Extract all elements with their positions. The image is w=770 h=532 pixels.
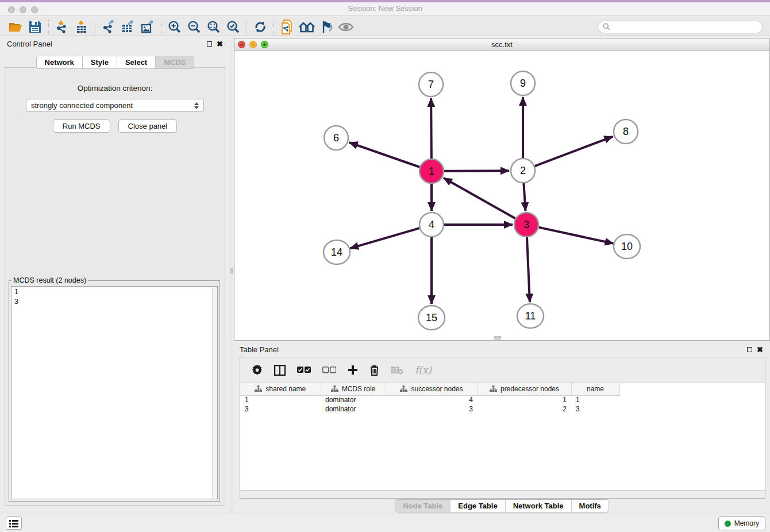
graph-node-11[interactable]: 11 — [517, 304, 544, 328]
tab-node-table[interactable]: Node Table — [395, 500, 450, 512]
column-header-shared-name[interactable]: shared name — [240, 383, 321, 395]
edge-1-2[interactable] — [444, 171, 509, 171]
edge-1-6[interactable] — [349, 142, 420, 167]
network-file-share-icon[interactable] — [278, 19, 297, 35]
search-field[interactable] — [598, 21, 763, 33]
zoom-fit-icon[interactable] — [204, 19, 224, 35]
edge-1-7[interactable] — [431, 98, 432, 159]
table-horizontal-scrollbar[interactable] — [240, 490, 765, 498]
tab-style[interactable]: Style — [82, 56, 117, 69]
eye-icon[interactable] — [336, 19, 356, 35]
node-label: 11 — [525, 310, 536, 322]
home-icon[interactable] — [297, 19, 317, 35]
close-panel-icon[interactable]: ✖ — [217, 40, 223, 48]
vertical-splitter[interactable] — [230, 36, 234, 514]
search-input[interactable] — [613, 23, 758, 31]
network-title: scc.txt — [234, 40, 769, 49]
task-history-button[interactable] — [6, 516, 22, 530]
network-graph[interactable]: 1234678910111415 — [234, 51, 769, 341]
column-header-MCDS-role[interactable]: MCDS role — [321, 383, 386, 395]
column-visibility-icon[interactable] — [274, 365, 286, 376]
toolbar-separator — [247, 20, 247, 34]
close-panel-button[interactable]: Close panel — [118, 119, 178, 133]
node-label: 15 — [426, 312, 437, 323]
tab-select[interactable]: Select — [117, 56, 156, 69]
graph-node-14[interactable]: 14 — [324, 240, 350, 264]
zoom-out-icon[interactable] — [184, 19, 204, 35]
column-header-predecessor-nodes[interactable]: predecessor nodes — [478, 383, 571, 395]
graph-node-3[interactable]: 3 — [514, 213, 538, 237]
table-cell[interactable]: 3 — [571, 404, 619, 414]
tab-motifs[interactable]: Motifs — [571, 500, 609, 512]
delete-table-icon[interactable] — [391, 365, 403, 375]
memory-button[interactable]: Memory — [718, 516, 765, 530]
graph-node-4[interactable]: 4 — [419, 213, 444, 237]
run-mcds-button[interactable]: Run MCDS — [53, 119, 110, 133]
table-cell[interactable]: 1 — [240, 395, 321, 404]
horizontal-splitter-handle-icon[interactable] — [494, 336, 501, 340]
mcds-result-list[interactable]: 13 — [11, 286, 218, 499]
table-cell[interactable]: 4 — [386, 395, 478, 404]
edge-4-14[interactable] — [350, 228, 419, 248]
save-session-icon[interactable] — [25, 19, 45, 35]
table-cell[interactable]: 3 — [386, 404, 478, 414]
window-titlebar: Session: New Session — [0, 0, 770, 16]
result-scrollbar[interactable] — [212, 287, 217, 499]
import-network-icon[interactable] — [52, 19, 72, 35]
graph-node-2[interactable]: 2 — [511, 159, 535, 183]
table-cell[interactable]: 1 — [478, 395, 571, 404]
splitter-handle-icon[interactable] — [230, 268, 233, 273]
graph-node-9[interactable]: 9 — [511, 71, 535, 95]
add-column-icon[interactable] — [348, 365, 358, 375]
float-table-panel-icon[interactable] — [747, 347, 752, 352]
table-cell[interactable]: dominator — [321, 404, 386, 414]
criterion-select[interactable]: strongly connected component — [26, 99, 204, 112]
import-table-icon[interactable] — [72, 19, 91, 35]
network-canvas[interactable]: 1234678910111415 — [234, 51, 769, 340]
float-panel-icon[interactable] — [207, 41, 212, 47]
node-label: 2 — [520, 165, 526, 176]
export-table-icon[interactable] — [118, 19, 138, 35]
graph-node-1[interactable]: 1 — [419, 159, 444, 183]
tab-network[interactable]: Network — [36, 56, 83, 69]
tab-network-table[interactable]: Network Table — [505, 500, 571, 512]
graph-node-6[interactable]: 6 — [324, 126, 348, 150]
result-line: 3 — [14, 297, 214, 307]
table-row[interactable]: 3dominator323 — [240, 404, 629, 414]
column-header-successor-nodes[interactable]: successor nodes — [386, 383, 478, 395]
edge-2-3[interactable] — [523, 183, 525, 211]
zoom-selected-icon[interactable] — [224, 19, 243, 35]
column-header-name[interactable]: name — [571, 383, 619, 395]
graph-node-15[interactable]: 15 — [418, 306, 445, 330]
graph-node-7[interactable]: 7 — [419, 72, 443, 97]
table-cell[interactable]: 1 — [571, 395, 619, 404]
node-label: 14 — [331, 246, 342, 258]
table-row[interactable]: 1dominator411 — [240, 395, 629, 404]
deselect-all-rows-icon[interactable] — [322, 367, 336, 373]
graph-node-10[interactable]: 10 — [614, 234, 640, 259]
network-window-titlebar[interactable]: × − + scc.txt — [234, 38, 769, 51]
export-image-icon[interactable] — [138, 19, 157, 35]
function-builder-icon[interactable]: f(x) — [415, 364, 432, 376]
edge-3-1[interactable] — [444, 178, 515, 218]
toolbar-separator — [48, 20, 49, 34]
edge-3-10[interactable] — [538, 228, 613, 244]
node-table[interactable]: shared nameMCDS rolesuccessor nodesprede… — [240, 383, 765, 490]
hide-panel-icon[interactable] — [317, 19, 336, 35]
edge-2-8[interactable] — [535, 137, 613, 167]
select-all-rows-icon[interactable] — [297, 367, 311, 373]
table-cell[interactable]: dominator — [321, 395, 386, 404]
refresh-icon[interactable] — [251, 19, 270, 35]
open-session-icon[interactable] — [6, 19, 25, 35]
table-settings-gear-icon[interactable] — [252, 365, 263, 376]
table-cell[interactable]: 3 — [240, 404, 321, 414]
edge-3-11[interactable] — [527, 237, 530, 302]
table-cell[interactable]: 2 — [478, 404, 571, 414]
zoom-in-icon[interactable] — [165, 19, 184, 35]
tab-mcds[interactable]: MCDS — [155, 56, 194, 69]
export-network-icon[interactable] — [99, 19, 118, 35]
delete-column-trash-icon[interactable] — [369, 365, 379, 376]
graph-node-8[interactable]: 8 — [614, 119, 638, 144]
close-table-panel-icon[interactable]: ✖ — [757, 346, 763, 353]
tab-edge-table[interactable]: Edge Table — [450, 500, 505, 512]
